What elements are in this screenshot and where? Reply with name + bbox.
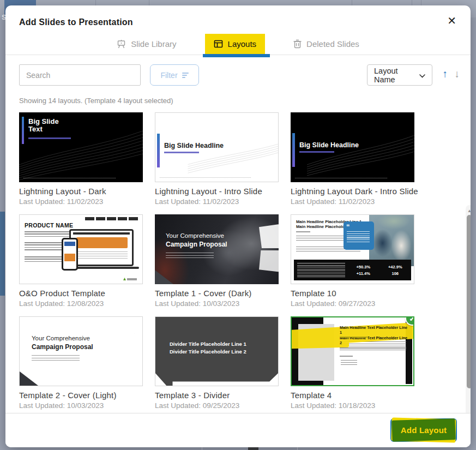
layout-thumbnail: Big Slide Headline bbox=[155, 112, 279, 182]
accent-bar bbox=[292, 133, 295, 167]
results-status-text: Showing 14 layouts. (Template 4 layout s… bbox=[19, 97, 471, 105]
corner-cut bbox=[20, 371, 38, 386]
slide-title-line: Text bbox=[28, 125, 59, 133]
slide-meta-line bbox=[296, 231, 310, 232]
layout-thumbnail: Main Headline Text Placeholder Line 1 Ma… bbox=[291, 316, 414, 386]
slide-title-line: Big Slide bbox=[28, 118, 59, 125]
scrollbar-thumb[interactable] bbox=[467, 215, 471, 388]
sort-ascending-icon[interactable]: ↑ bbox=[443, 68, 448, 80]
layout-name: Template 1 - Cover (Dark) bbox=[155, 289, 279, 298]
modal-title: Add Slides to Presentation bbox=[19, 17, 133, 27]
layout-name: Template 4 bbox=[291, 391, 414, 400]
decor-shape bbox=[259, 250, 279, 272]
layout-updated-date: Last Updated: 12/08/2023 bbox=[19, 299, 143, 308]
layout-thumbnail: Your Comprehensive Campaign Proposal bbox=[155, 214, 279, 284]
corner-cut bbox=[155, 270, 173, 284]
slide-subtitle-bar bbox=[299, 151, 334, 153]
layout-card-template1-cover-dark[interactable]: Your Comprehensive Campaign Proposal Tem… bbox=[155, 214, 279, 308]
slide-title: Big Slide Headline bbox=[164, 142, 224, 149]
filter-button-label: Filter bbox=[160, 71, 177, 80]
layout-thumbnail: Big Slide Headline bbox=[291, 112, 414, 182]
slide-title-line: Your Comprehensive bbox=[166, 232, 224, 239]
layout-name: Template 3 - Divider bbox=[155, 391, 279, 400]
add-layout-button-label: Add Layout bbox=[390, 418, 457, 442]
stats-bar: +50.3% +42.9% +11.4% 106 bbox=[294, 260, 411, 280]
easel-icon bbox=[117, 39, 126, 49]
layout-card-template4-selected[interactable]: Main Headline Text Placeholder Line 1 Ma… bbox=[291, 316, 414, 410]
slide-paragraph bbox=[32, 355, 80, 361]
layout-thumbnail: Main Headline Placeholder Line 1 Main He… bbox=[291, 214, 414, 284]
layout-card-oo-product[interactable]: PRODUCT NAME O&O Product Template Last U… bbox=[19, 214, 143, 308]
sort-dropdown[interactable]: Layout Name bbox=[367, 64, 432, 86]
layout-thumbnail: Your Comprehensive Campaign Proposal bbox=[19, 316, 143, 386]
modal-footer: Add Layout bbox=[5, 413, 471, 447]
decor-shape bbox=[259, 224, 279, 248]
slide-disclaimer-line bbox=[160, 177, 251, 178]
quote-bubble: “ bbox=[344, 221, 374, 250]
layout-card-lightning-intro[interactable]: Big Slide Headline Lightning Layout - In… bbox=[155, 112, 279, 206]
layout-name: Lightning Layout - Dark bbox=[19, 187, 143, 196]
layout-card-lightning-dark[interactable]: Big Slide Text Lightning Layout - Dark L… bbox=[19, 112, 143, 206]
modal-header: Add Slides to Presentation ✕ Slide Libra… bbox=[5, 5, 471, 55]
filter-button[interactable]: Filter bbox=[150, 64, 199, 86]
tab-bar: Slide Library Layouts De bbox=[5, 34, 471, 54]
tab-label: Deleted Slides bbox=[306, 39, 359, 49]
stat-value: +42.9% bbox=[379, 265, 412, 269]
add-layout-button[interactable]: Add Layout bbox=[390, 418, 457, 442]
layout-grid-container: Big Slide Text Lightning Layout - Dark L… bbox=[5, 112, 471, 418]
toolbar: Filter Layout Name ↑ ↓ bbox=[5, 55, 471, 94]
slide-subtitle-bar bbox=[28, 137, 71, 139]
layout-card-template3-divider[interactable]: Divider Title Placeholder Line 1 Divider… bbox=[155, 316, 279, 410]
layout-name: Template 2 - Cover (Light) bbox=[19, 391, 143, 400]
brand-logo bbox=[123, 278, 137, 280]
phone-mockup bbox=[62, 238, 78, 271]
slide-title-line: Campaign Proposal bbox=[166, 241, 227, 248]
slide-title: Big Slide Headline bbox=[299, 141, 359, 149]
slide-title: PRODUCT NAME bbox=[25, 222, 73, 229]
filter-lines-icon bbox=[182, 71, 189, 79]
slide-title-line: Campaign Proposal bbox=[32, 343, 93, 351]
layout-updated-date: Last Updated: 10/03/2023 bbox=[19, 401, 143, 410]
tab-label: Layouts bbox=[228, 39, 257, 49]
layout-name: Template 10 bbox=[291, 289, 414, 298]
slide-lead-line bbox=[340, 356, 353, 357]
backdrop-sidebar-fragment bbox=[0, 212, 5, 296]
layout-card-lightning-dark-intro[interactable]: Big Slide Headline Lightning Layout Dark… bbox=[291, 112, 414, 206]
stat-value: +50.3% bbox=[347, 265, 379, 269]
add-slides-modal: Add Slides to Presentation ✕ Slide Libra… bbox=[5, 5, 471, 447]
accent-bar bbox=[157, 134, 160, 167]
accent-bar bbox=[22, 117, 24, 144]
slide-nav-chips bbox=[85, 217, 138, 220]
chevron-down-icon bbox=[419, 71, 425, 80]
layout-card-template10[interactable]: Main Headline Placeholder Line 1 Main He… bbox=[291, 214, 414, 308]
laptop-mockup bbox=[69, 229, 134, 266]
scrollbar-up-arrow[interactable]: ▲ bbox=[466, 206, 471, 215]
layout-updated-date: Last Updated: 10/03/2023 bbox=[155, 299, 279, 308]
tab-deleted-slides[interactable]: Deleted Slides bbox=[290, 34, 363, 54]
layout-name: O&O Product Template bbox=[19, 289, 143, 298]
slide-disclaimer-line bbox=[295, 178, 387, 178]
layout-updated-date: Last Updated: 09/25/2023 bbox=[155, 401, 279, 410]
layout-thumbnail: Big Slide Text bbox=[19, 112, 143, 182]
tab-label: Slide Library bbox=[131, 39, 176, 49]
black-frame bbox=[292, 317, 323, 324]
tab-layouts[interactable]: Layouts bbox=[205, 34, 266, 54]
stat-value: 106 bbox=[379, 271, 412, 276]
slide-title-line: Main Headline Text Placeholder Line 1 bbox=[340, 325, 411, 335]
search-input[interactable] bbox=[19, 64, 141, 86]
close-icon[interactable]: ✕ bbox=[447, 15, 456, 26]
trash-icon bbox=[293, 39, 302, 49]
tab-slide-library[interactable]: Slide Library bbox=[113, 34, 179, 54]
grid-scrollbar[interactable]: ▲ ▼ bbox=[466, 205, 471, 447]
stat-value: +11.4% bbox=[347, 271, 379, 276]
slide-subtitle-bar bbox=[164, 152, 199, 153]
layout-name: Lightning Layout - Intro Slide bbox=[155, 187, 279, 196]
sort-descending-icon[interactable]: ↓ bbox=[455, 68, 460, 80]
layout-card-template2-cover-light[interactable]: Your Comprehensive Campaign Proposal Tem… bbox=[19, 316, 143, 410]
layout-grid: Big Slide Text Lightning Layout - Dark L… bbox=[19, 112, 414, 410]
slide-title-line: Divider Title Placeholder Line 1 bbox=[170, 341, 246, 347]
sort-dropdown-value: Layout Name bbox=[374, 67, 419, 84]
layout-updated-date: Last Updated: 10/18/2023 bbox=[291, 401, 414, 410]
slide-photo bbox=[369, 215, 414, 266]
slide-paragraph bbox=[166, 253, 214, 258]
